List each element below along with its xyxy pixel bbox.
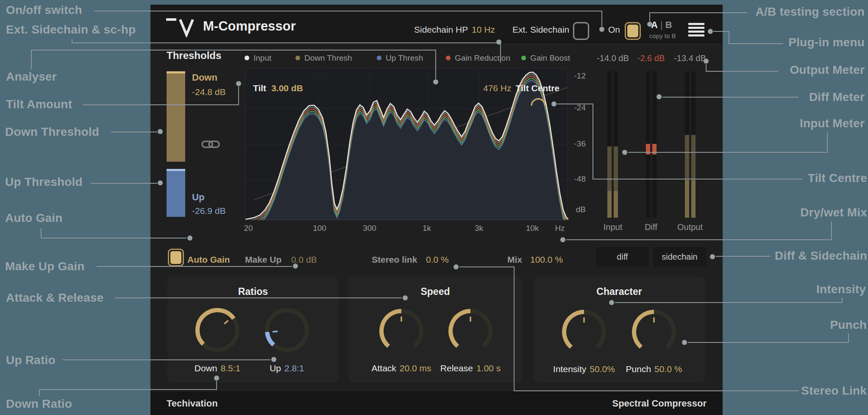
output-meter-fill (685, 180, 689, 218)
footer-bar: Techivation Spectral Compressor (150, 392, 723, 415)
punch-knob[interactable] (631, 308, 677, 355)
on-toggle-fill (627, 25, 638, 37)
x-tick-20: 20 (236, 224, 261, 233)
legend-down-thresh-dot (295, 56, 300, 60)
tilt-value[interactable]: 3.00 dB (271, 83, 303, 93)
speed-title: Speed (348, 286, 522, 297)
stereo-link-value[interactable]: 0.0 % (426, 255, 449, 265)
annotation-down-ratio: Down Ratio (6, 397, 72, 411)
annotation-on-off-switch: On/off switch (6, 3, 82, 17)
intensity-knob[interactable] (561, 308, 607, 355)
legend-gain-reduction-label[interactable]: Gain Reduction (455, 53, 510, 63)
link-icon[interactable] (201, 139, 220, 150)
sidechain-hp-value[interactable]: 10 Hz (472, 25, 495, 35)
ext-sidechain-checkbox[interactable] (573, 22, 589, 40)
annotation-stereo-link: Stereo Link (801, 384, 867, 398)
input-meter-fill (607, 146, 612, 191)
annotation-attack-release: Attack & Release (6, 291, 103, 305)
annotation-plugin-menu: Plug-in menu (788, 36, 865, 49)
y-tick-36: -36 (566, 139, 586, 149)
y-tick-48: -48 (566, 174, 586, 184)
x-tick-300: 300 (357, 224, 382, 233)
attack-knob[interactable] (378, 308, 425, 354)
ab-b[interactable]: B (665, 20, 672, 30)
product-name: Spectral Compressor (612, 398, 707, 409)
character-title: Character (534, 286, 705, 297)
down-threshold-slider[interactable] (167, 73, 185, 162)
diff-meter-value: -2.6 dB (630, 53, 672, 63)
thresholds-heading: Thresholds (167, 50, 221, 62)
tilt-centre-value[interactable]: 476 Hz (483, 83, 512, 93)
screenshot-canvas: M-Compressor Sidechain HP 10 Hz Ext. Sid… (0, 0, 868, 415)
brand-name: Techivation (167, 398, 218, 409)
annotation-up-ratio: Up Ratio (6, 353, 56, 367)
ab-separator: | (660, 20, 663, 30)
input-meter-fill (614, 146, 618, 191)
x-tick-10k: 10k (520, 224, 545, 233)
output-meter-fill (691, 135, 696, 180)
input-meter-label: Input (592, 222, 634, 232)
ab-a[interactable]: A (651, 20, 658, 30)
legend-up-thresh-label[interactable]: Up Thresh (386, 53, 423, 63)
input-meter-fill (614, 191, 618, 218)
legend-gain-boost-label[interactable]: Gain Boost (530, 53, 570, 63)
sidechain-button[interactable]: sidechain (653, 247, 706, 267)
release-knob[interactable] (447, 308, 494, 354)
auto-gain-toggle[interactable] (168, 249, 184, 266)
legend-gain-reduction-dot (446, 56, 451, 60)
output-meter-label: Output (669, 222, 711, 232)
annotation-output-meter: Output Meter (790, 63, 865, 77)
up-ratio-knob[interactable] (264, 307, 310, 353)
diff-button[interactable]: diff (596, 247, 649, 267)
app-title: M-Compressor (203, 19, 296, 34)
release-readout[interactable]: Release1.00 s (424, 363, 517, 373)
stereo-link-label: Stereo link (372, 255, 417, 265)
up-threshold-value[interactable]: -26.9 dB (192, 206, 225, 216)
output-meter-fill (691, 180, 696, 218)
legend-input-label[interactable]: Input (253, 53, 271, 63)
mix-value[interactable]: 100.0 % (530, 255, 563, 265)
on-toggle[interactable] (625, 22, 641, 40)
output-meter-fill (685, 135, 689, 180)
make-up-value[interactable]: 0.0 dB (291, 255, 317, 265)
input-meter-value: -14.0 dB (592, 53, 634, 63)
ratios-title: Ratios (167, 286, 339, 297)
make-up-label: Make Up (245, 255, 281, 265)
copy-to-b-button[interactable]: copy to B (649, 32, 676, 39)
down-threshold-label: Down (192, 72, 217, 83)
annotation-up-threshold: Up Threshold (5, 175, 83, 189)
down-threshold-value[interactable]: -24.8 dB (192, 87, 225, 97)
tilt-centre-control[interactable]: 476 HzTilt Centre (466, 83, 559, 93)
annotation-dry-wet-mix: Dry/wet Mix (800, 206, 867, 219)
x-axis-unit: Hz (547, 224, 573, 233)
annotation-down-threshold: Down Threshold (5, 125, 99, 139)
diff-meter-fill (646, 144, 650, 154)
legend-down-thresh-label[interactable]: Down Thresh (304, 53, 352, 63)
up-ratio-readout[interactable]: Up2.8:1 (240, 363, 334, 373)
y-tick-24: -24 (566, 103, 586, 112)
legend-up-thresh-dot (377, 56, 381, 60)
diff-meter-label: Diff (630, 222, 672, 232)
techivation-logo-icon (166, 17, 198, 37)
legend-gain-boost-dot (521, 56, 526, 60)
mix-label: Mix (507, 255, 522, 265)
punch-readout[interactable]: Punch50.0 % (607, 364, 701, 374)
tilt-amount-control[interactable]: Tilt3.00 dB (253, 83, 303, 93)
annotation-auto-gain: Auto Gain (5, 211, 63, 225)
ext-sidechain-label: Ext. Sidechain (512, 25, 569, 35)
up-threshold-slider[interactable] (167, 171, 185, 217)
tilt-label: Tilt (253, 83, 266, 93)
down-ratio-knob[interactable] (194, 307, 241, 353)
annotation-tilt-centre: Tilt Centre (808, 171, 867, 185)
x-tick-100: 100 (307, 224, 332, 233)
annotation-input-meter: Input Meter (800, 117, 865, 130)
output-meter-value: -13.4 dB (669, 53, 711, 63)
tilt-centre-label: Tilt Centre (516, 83, 559, 93)
annotation-ab-testing: A/B testing section (756, 5, 865, 19)
annotation-ext-sidechain: Ext. Sidechain & sc-hp (6, 23, 136, 36)
legend-input-dot (245, 56, 249, 60)
sidechain-hp-label: Sidechain HP (414, 25, 468, 35)
input-meter-fill (607, 191, 612, 218)
ab-switch[interactable]: A | B (651, 20, 672, 31)
menu-icon[interactable] (688, 23, 704, 36)
